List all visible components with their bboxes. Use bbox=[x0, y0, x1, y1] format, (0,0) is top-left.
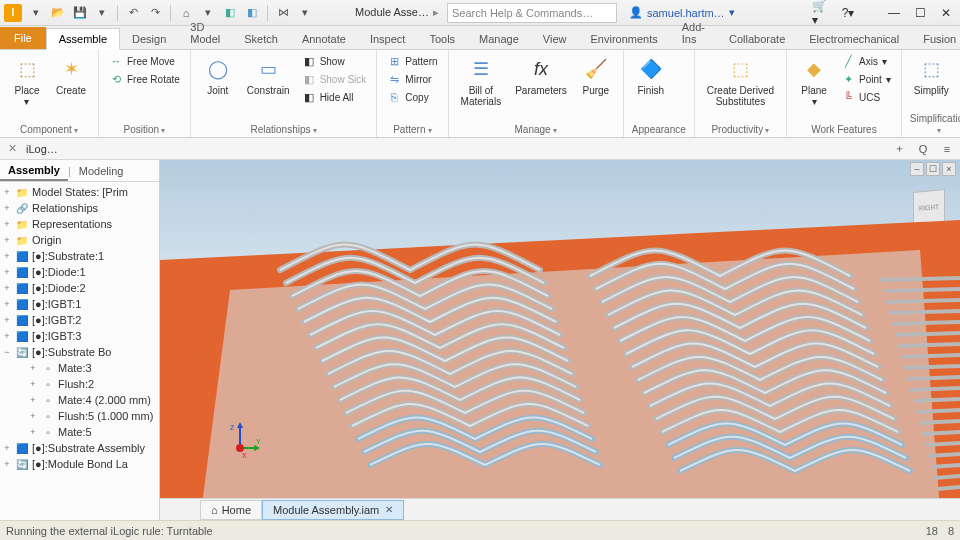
tab-view[interactable]: View bbox=[531, 29, 579, 49]
save-icon[interactable]: 💾 bbox=[70, 3, 90, 23]
doc-tab-active[interactable]: Module Assembly.iam✕ bbox=[262, 500, 404, 520]
tab-collaborate[interactable]: Collaborate bbox=[717, 29, 797, 49]
joint-button[interactable]: ◯Joint bbox=[199, 53, 237, 98]
menu-icon[interactable]: ≡ bbox=[938, 140, 956, 158]
svg-line-21 bbox=[937, 487, 960, 489]
orbit-icon[interactable]: ⟳ bbox=[932, 332, 954, 354]
copy-button[interactable]: ⎘Copy bbox=[385, 89, 439, 105]
pattern-button[interactable]: ⊞Pattern bbox=[385, 53, 439, 69]
open-icon[interactable]: 📂 bbox=[48, 3, 68, 23]
browser-tab-modeling[interactable]: Modeling bbox=[71, 162, 132, 180]
tab-sketch[interactable]: Sketch bbox=[232, 29, 290, 49]
redo-icon[interactable]: ↷ bbox=[145, 3, 165, 23]
zoom-icon[interactable]: ± bbox=[932, 308, 954, 330]
tab-addins[interactable]: Add-Ins bbox=[670, 17, 717, 49]
vp-close-icon[interactable]: × bbox=[942, 162, 956, 176]
free-rotate-button[interactable]: ⟲Free Rotate bbox=[107, 71, 182, 87]
tree-node[interactable]: +🟦[●]:IGBT:3 bbox=[0, 328, 159, 344]
scene-3d bbox=[160, 160, 960, 520]
doc-title: Module Asse…▸ bbox=[355, 6, 439, 19]
tab-tools[interactable]: Tools bbox=[417, 29, 467, 49]
maximize-button[interactable]: ☐ bbox=[910, 5, 930, 21]
material-icon[interactable]: ◧ bbox=[242, 3, 262, 23]
status-count-1: 18 bbox=[926, 525, 938, 537]
svg-marker-0 bbox=[160, 220, 960, 520]
tree-node[interactable]: +🟦[●]:IGBT:2 bbox=[0, 312, 159, 328]
tree-node[interactable]: +▫Flush:5 (1.000 mm) bbox=[0, 408, 159, 424]
tree-node[interactable]: +🟦[●]:Diode:2 bbox=[0, 280, 159, 296]
tree-node[interactable]: +🔗Relationships bbox=[0, 200, 159, 216]
tree-node[interactable]: +🟦[●]:Substrate Assembly bbox=[0, 440, 159, 456]
status-count-2: 8 bbox=[948, 525, 954, 537]
tree-node[interactable]: +🟦[●]:Substrate:1 bbox=[0, 248, 159, 264]
tab-environments[interactable]: Environments bbox=[579, 29, 670, 49]
point-button[interactable]: ✦Point ▾ bbox=[839, 71, 893, 87]
tab-assemble[interactable]: Assemble bbox=[46, 28, 120, 50]
tab-fusion[interactable]: Fusion bbox=[911, 29, 960, 49]
tree-node[interactable]: +📁Origin bbox=[0, 232, 159, 248]
simplify-button[interactable]: ⬚Simplify bbox=[910, 53, 953, 98]
show-sick-button[interactable]: ◧Show Sick bbox=[300, 71, 369, 87]
free-move-button[interactable]: ↔Free Move bbox=[107, 53, 182, 69]
show-button[interactable]: ◧Show bbox=[300, 53, 369, 69]
vp-maximize-icon[interactable]: ☐ bbox=[926, 162, 940, 176]
save-dropdown-icon[interactable]: ▾ bbox=[92, 3, 112, 23]
vp-minimize-icon[interactable]: – bbox=[910, 162, 924, 176]
tree-node[interactable]: +▫Mate:4 (2.000 mm) bbox=[0, 392, 159, 408]
share-icon[interactable]: ⋈ bbox=[273, 3, 293, 23]
tab-design[interactable]: Design bbox=[120, 29, 178, 49]
create-derived-button[interactable]: ⬚Create Derived Substitutes bbox=[703, 53, 778, 109]
bom-button[interactable]: ☰Bill of Materials bbox=[457, 53, 506, 109]
place-button[interactable]: ⬚Place▾ bbox=[8, 53, 46, 109]
search-icon[interactable]: Q bbox=[914, 140, 932, 158]
model-tree[interactable]: +📁Model States: [Prim+🔗Relationships+📁Re… bbox=[0, 182, 159, 520]
close-button[interactable]: ✕ bbox=[936, 5, 956, 21]
add-icon[interactable]: ＋ bbox=[890, 140, 908, 158]
user-icon: 👤 bbox=[629, 6, 643, 19]
tree-node[interactable]: +🟦[●]:IGBT:1 bbox=[0, 296, 159, 312]
panel-workfeatures: ◆Plane▾ ╱Axis ▾ ✦Point ▾ ╚UCS Work Featu… bbox=[787, 50, 902, 137]
overflow-icon[interactable]: ▾ bbox=[295, 3, 315, 23]
home-view-icon[interactable]: ⌂ bbox=[932, 260, 954, 282]
viewport[interactable]: – ☐ × RIGHT ⌂ ✋ ± ⟳ 👁 bbox=[160, 160, 960, 520]
tree-node[interactable]: −🔄[●]:Substrate Bo bbox=[0, 344, 159, 360]
tab-3dmodel[interactable]: 3D Model bbox=[178, 17, 232, 49]
undo-icon[interactable]: ↶ bbox=[123, 3, 143, 23]
cart-icon[interactable]: 🛒▾ bbox=[812, 5, 832, 21]
new-icon[interactable]: ▾ bbox=[26, 3, 46, 23]
close-doc-icon[interactable]: ✕ bbox=[385, 504, 393, 515]
ucs-button[interactable]: ╚UCS bbox=[839, 89, 893, 105]
create-button[interactable]: ✶Create bbox=[52, 53, 90, 98]
minimize-button[interactable]: — bbox=[884, 5, 904, 21]
close-panel-icon[interactable]: ✕ bbox=[4, 141, 20, 157]
tree-node[interactable]: +▫Mate:5 bbox=[0, 424, 159, 440]
tree-node[interactable]: +🟦[●]:Diode:1 bbox=[0, 264, 159, 280]
tree-node[interactable]: +🔄[●]:Module Bond La bbox=[0, 456, 159, 472]
parameters-button[interactable]: fxParameters bbox=[511, 53, 571, 98]
tab-manage[interactable]: Manage bbox=[467, 29, 531, 49]
tab-inspect[interactable]: Inspect bbox=[358, 29, 417, 49]
axis-button[interactable]: ╱Axis ▾ bbox=[839, 53, 893, 69]
help-icon[interactable]: ?▾ bbox=[838, 5, 858, 21]
search-input[interactable]: Search Help & Commands… bbox=[447, 3, 617, 23]
tree-node[interactable]: +▫Mate:3 bbox=[0, 360, 159, 376]
purge-button[interactable]: 🧹Purge bbox=[577, 53, 615, 98]
panel-component: ⬚Place▾ ✶Create Component bbox=[0, 50, 99, 137]
tab-annotate[interactable]: Annotate bbox=[290, 29, 358, 49]
mirror-button[interactable]: ⇋Mirror bbox=[385, 71, 439, 87]
doc-tab-home[interactable]: ⌂Home bbox=[200, 500, 262, 520]
tree-node[interactable]: +▫Flush:2 bbox=[0, 376, 159, 392]
look-icon[interactable]: 👁 bbox=[932, 356, 954, 378]
plane-button[interactable]: ◆Plane▾ bbox=[795, 53, 833, 109]
panel-position: ↔Free Move ⟲Free Rotate Position bbox=[99, 50, 191, 137]
pan-icon[interactable]: ✋ bbox=[932, 284, 954, 306]
hide-all-button[interactable]: ◧Hide All bbox=[300, 89, 369, 105]
view-cube[interactable]: RIGHT bbox=[913, 189, 945, 225]
browser-tab-assembly[interactable]: Assembly bbox=[0, 161, 68, 181]
tree-node[interactable]: +📁Model States: [Prim bbox=[0, 184, 159, 200]
tab-file[interactable]: File bbox=[0, 27, 46, 49]
tree-node[interactable]: +📁Representations bbox=[0, 216, 159, 232]
tab-electromechanical[interactable]: Electromechanical bbox=[797, 29, 911, 49]
constrain-button[interactable]: ▭Constrain bbox=[243, 53, 294, 98]
finish-button[interactable]: 🔷Finish bbox=[632, 53, 670, 98]
